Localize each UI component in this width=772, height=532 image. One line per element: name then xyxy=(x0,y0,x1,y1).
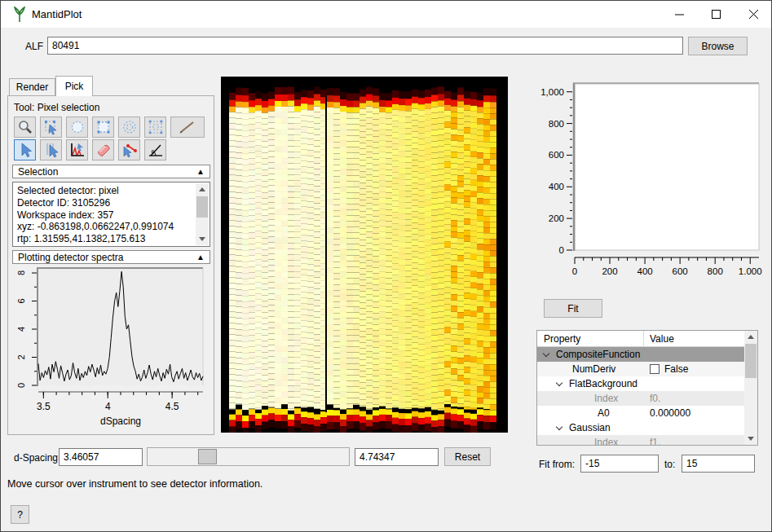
dspacing-slider[interactable] xyxy=(147,447,350,466)
selection-info-line: xyz: -0.863198,0.0662247,0.991074 xyxy=(17,221,174,233)
chevron-down-icon[interactable] xyxy=(556,380,562,386)
mantid-logo-icon xyxy=(12,7,27,23)
table-row[interactable]: CompositeFunction xyxy=(537,347,744,362)
detector-spectrum-plot: 024683.544.5dSpacing xyxy=(9,266,214,434)
svg-text:600: 600 xyxy=(549,150,564,160)
fit-to-input[interactable] xyxy=(682,455,755,473)
svg-text:1.000: 1.000 xyxy=(739,266,762,276)
svg-text:2: 2 xyxy=(16,354,26,359)
table-row[interactable]: FlatBackground xyxy=(537,376,744,391)
svg-text:4.5: 4.5 xyxy=(165,401,179,412)
mantidplot-window: MantidPlot ALF Browse Render Pick Tool: … xyxy=(0,0,772,532)
dspacing-min-input[interactable] xyxy=(59,448,143,466)
svg-text:600: 600 xyxy=(673,266,688,276)
fit-to-label: to: xyxy=(664,459,675,470)
tab-pick[interactable]: Pick xyxy=(55,76,93,96)
svg-text:0: 0 xyxy=(559,245,564,255)
peak-erase-icon[interactable] xyxy=(92,139,114,160)
instrument-view[interactable] xyxy=(221,77,508,433)
pixel-select-icon[interactable] xyxy=(14,139,36,160)
ring-ellipse-draw-icon[interactable] xyxy=(118,117,140,138)
table-row[interactable]: Index f1. xyxy=(537,435,744,446)
table-row[interactable]: A0 0.000000 xyxy=(537,406,744,420)
zoom-icon[interactable] xyxy=(14,117,36,138)
table-scrollbar[interactable] xyxy=(744,331,757,445)
tube-select-icon[interactable] xyxy=(40,139,62,160)
scroll-down-icon[interactable] xyxy=(196,233,209,245)
edit-shape-icon[interactable] xyxy=(40,117,62,138)
svg-text:6: 6 xyxy=(16,298,26,303)
svg-text:3.5: 3.5 xyxy=(37,401,51,412)
scrollbar-thumb[interactable] xyxy=(745,344,757,378)
scrollbar-thumb[interactable] xyxy=(196,196,208,218)
selection-info-line: Detector ID: 3105296 xyxy=(17,197,174,209)
selection-info-line: rtp: 1.31595,41.1382,175.613 xyxy=(17,233,174,245)
table-header: Property Value xyxy=(537,331,744,347)
dspacing-label: d-Spacing xyxy=(14,452,58,464)
peak-compare-icon[interactable] xyxy=(118,139,140,160)
ring-rectangle-draw-icon[interactable] xyxy=(144,117,166,138)
selection-info-box[interactable]: Selected detector: pixel Detector ID: 31… xyxy=(12,182,210,247)
numderiv-checkbox[interactable] xyxy=(650,364,660,374)
collapse-icon[interactable]: ▲ xyxy=(196,168,205,176)
title-bar: MantidPlot xyxy=(1,1,771,28)
column-header: Value xyxy=(650,333,674,345)
svg-text:4: 4 xyxy=(16,327,26,332)
free-draw-icon[interactable] xyxy=(170,117,205,138)
svg-text:800: 800 xyxy=(549,119,564,129)
selection-info-line: Workspace index: 357 xyxy=(17,209,174,222)
alf-input[interactable] xyxy=(47,37,683,55)
fit-preview-plot: 02004006008001,00002004006008001.000 xyxy=(534,77,770,279)
fit-from-label: Fit from: xyxy=(539,459,575,470)
svg-text:dSpacing: dSpacing xyxy=(100,415,141,427)
spectra-section-header[interactable]: Plotting detector spectra ▲ xyxy=(12,250,210,264)
svg-text:800: 800 xyxy=(708,266,723,276)
peak-add-icon[interactable] xyxy=(66,139,88,160)
dspacing-max-input[interactable] xyxy=(355,448,439,466)
svg-text:200: 200 xyxy=(602,266,617,276)
scroll-down-icon[interactable] xyxy=(744,433,757,445)
status-bar-text: Move cursor over instrument to see detec… xyxy=(7,478,262,490)
svg-text:1,000: 1,000 xyxy=(540,87,564,97)
table-row[interactable]: Gaussian xyxy=(537,420,744,435)
tab-render[interactable]: Render xyxy=(9,78,55,95)
svg-text:400: 400 xyxy=(637,266,653,276)
alf-label: ALF xyxy=(25,41,43,52)
close-icon[interactable] xyxy=(739,3,767,24)
chevron-down-icon[interactable] xyxy=(543,350,549,357)
rectangle-draw-icon[interactable] xyxy=(92,117,114,138)
reset-button[interactable]: Reset xyxy=(444,447,491,466)
selection-info-line: Selected detector: pixel xyxy=(17,185,174,197)
svg-text:200: 200 xyxy=(549,213,564,223)
angle-measure-icon[interactable]: θ xyxy=(144,139,166,160)
tool-mode-label: Tool: Pixel selection xyxy=(14,102,99,113)
collapse-icon[interactable]: ▲ xyxy=(196,253,205,262)
scroll-up-icon[interactable] xyxy=(744,331,757,343)
column-header: Property xyxy=(544,333,580,345)
svg-text:4: 4 xyxy=(105,401,111,412)
svg-text:0: 0 xyxy=(16,383,26,388)
table-row[interactable]: Index f0. xyxy=(537,391,744,406)
scroll-up-icon[interactable] xyxy=(196,183,209,196)
maximize-icon[interactable] xyxy=(702,3,730,24)
selection-scrollbar[interactable] xyxy=(196,183,209,245)
chevron-down-icon[interactable] xyxy=(556,424,562,430)
svg-text:0: 0 xyxy=(572,266,577,276)
svg-text:8: 8 xyxy=(16,270,26,275)
svg-text:θ: θ xyxy=(151,149,154,155)
fit-button[interactable]: Fit xyxy=(544,299,602,318)
fit-from-input[interactable] xyxy=(580,455,659,473)
browse-button[interactable]: Browse xyxy=(688,37,748,55)
ellipse-draw-icon[interactable] xyxy=(66,117,88,138)
table-row[interactable]: NumDeriv False xyxy=(537,362,744,376)
slider-handle[interactable] xyxy=(198,449,217,464)
minimize-icon[interactable] xyxy=(665,3,693,24)
svg-text:400: 400 xyxy=(549,182,564,191)
fit-function-table: Property Value CompositeFunction NumDeri… xyxy=(536,330,758,446)
window-title: MantidPlot xyxy=(32,8,82,20)
selection-section-header[interactable]: Selection ▲ xyxy=(12,165,210,178)
help-button[interactable]: ? xyxy=(11,505,29,524)
